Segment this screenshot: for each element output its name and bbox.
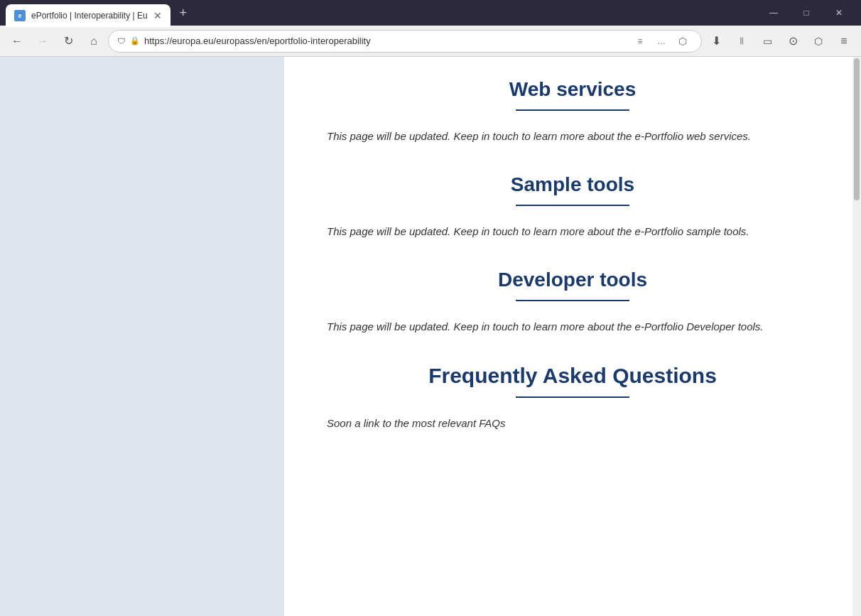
faq-section: Frequently Asked Questions Soon a link t… xyxy=(327,364,818,432)
extensions-button[interactable]: ⬡ xyxy=(807,30,830,53)
developer-tools-text: This page will be updated. Keep in touch… xyxy=(327,318,818,335)
forward-icon: → xyxy=(37,35,48,48)
download-button[interactable]: ⬇ xyxy=(705,30,727,53)
developer-tools-section: Developer tools This page will be update… xyxy=(327,269,818,335)
new-tab-button[interactable]: + xyxy=(173,3,193,23)
back-button[interactable]: ← xyxy=(6,30,28,53)
main-content: Web services This page will be updated. … xyxy=(284,57,861,616)
lock-icon: 🔒 xyxy=(130,36,140,45)
sample-tools-text: This page will be updated. Keep in touch… xyxy=(327,223,818,240)
faq-title: Frequently Asked Questions xyxy=(327,364,818,388)
library-icon: ⫴ xyxy=(740,35,744,47)
extensions-icon: ⬡ xyxy=(814,36,823,47)
home-button[interactable]: ⌂ xyxy=(82,30,105,53)
sync-icon: ⊙ xyxy=(789,34,798,48)
more-button[interactable]: … xyxy=(651,31,671,51)
faq-text: Soon a link to the most relevant FAQs xyxy=(327,415,818,432)
minimize-button[interactable]: — xyxy=(757,0,790,26)
scrollbar-thumb[interactable] xyxy=(854,58,860,200)
url-display: https://europa.eu/europass/en/eportfolio… xyxy=(144,36,626,46)
shield-icon: 🛡 xyxy=(117,36,126,46)
home-icon: ⌂ xyxy=(90,35,97,48)
library-button[interactable]: ⫴ xyxy=(730,30,753,53)
menu-button[interactable]: ≡ xyxy=(833,30,855,53)
tab-favicon: e xyxy=(14,10,26,21)
sync-button[interactable]: ⊙ xyxy=(781,30,804,53)
developer-tools-divider xyxy=(516,300,629,301)
maximize-button[interactable]: □ xyxy=(790,0,823,26)
web-services-divider xyxy=(516,109,629,111)
tab-close-button[interactable]: ✕ xyxy=(153,11,162,21)
address-bar[interactable]: 🛡 🔒 https://europa.eu/europass/en/eportf… xyxy=(108,30,702,53)
refresh-button[interactable]: ↻ xyxy=(57,30,80,53)
refresh-icon: ↻ xyxy=(64,34,73,48)
faq-divider xyxy=(516,396,629,398)
sidebar-icon: ▭ xyxy=(763,36,772,47)
pocket-icon: ⬡ xyxy=(678,36,687,47)
pocket-button[interactable]: ⬡ xyxy=(673,31,693,51)
back-icon: ← xyxy=(11,35,23,48)
web-services-text: This page will be updated. Keep in touch… xyxy=(327,128,818,145)
sample-tools-title: Sample tools xyxy=(327,173,818,196)
browser-chrome: e ePortfolio | Interoperability | Eu ✕ +… xyxy=(0,0,861,57)
reader-mode-icon: ≡ xyxy=(637,36,642,46)
window-controls: — □ ✕ xyxy=(757,0,855,26)
web-services-title: Web services xyxy=(327,78,818,101)
close-window-button[interactable]: ✕ xyxy=(823,0,855,26)
active-tab[interactable]: e ePortfolio | Interoperability | Eu ✕ xyxy=(6,4,170,27)
address-actions: ≡ … ⬡ xyxy=(630,31,693,51)
menu-icon: ≡ xyxy=(840,35,847,48)
scrollbar[interactable] xyxy=(852,57,861,616)
forward-button[interactable]: → xyxy=(31,30,54,53)
tab-bar: e ePortfolio | Interoperability | Eu ✕ +… xyxy=(0,0,861,26)
sidebar-button[interactable]: ▭ xyxy=(756,30,779,53)
sample-tools-section: Sample tools This page will be updated. … xyxy=(327,173,818,240)
more-icon: … xyxy=(657,36,666,46)
web-services-section: Web services This page will be updated. … xyxy=(327,78,818,145)
developer-tools-title: Developer tools xyxy=(327,269,818,291)
sidebar xyxy=(0,57,284,616)
tab-title: ePortfolio | Interoperability | Eu xyxy=(31,11,148,21)
page-layout: Web services This page will be updated. … xyxy=(0,57,861,616)
reader-mode-button[interactable]: ≡ xyxy=(630,31,650,51)
browser-toolbar: ← → ↻ ⌂ 🛡 🔒 https://europa.eu/europass/e… xyxy=(0,26,861,57)
download-icon: ⬇ xyxy=(712,34,721,48)
toolbar-actions: ⬇ ⫴ ▭ ⊙ ⬡ ≡ xyxy=(705,30,855,53)
sample-tools-divider xyxy=(516,205,629,206)
